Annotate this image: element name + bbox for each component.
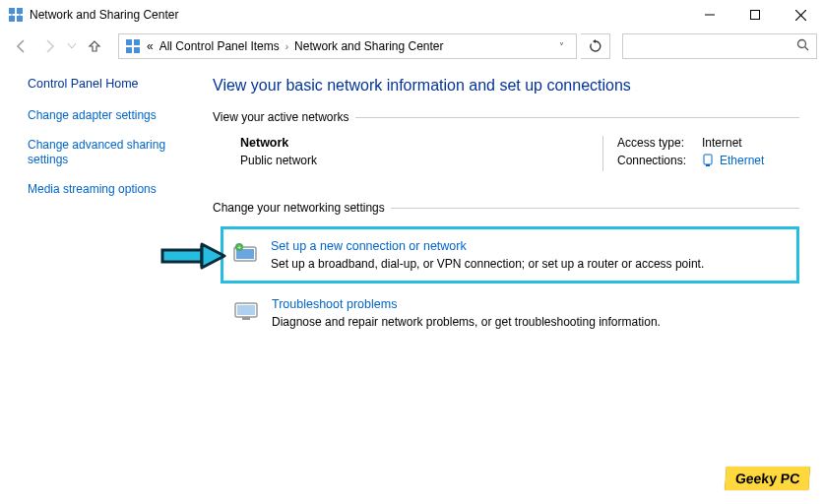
svg-text:+: + (237, 243, 242, 252)
svg-rect-23 (237, 305, 255, 315)
maximize-button[interactable] (732, 0, 778, 30)
setting-desc: Set up a broadband, dial-up, or VPN conn… (271, 257, 704, 271)
window-title: Network and Sharing Center (30, 8, 178, 22)
svg-rect-12 (126, 47, 132, 53)
section-change-settings: Change your networking settings (213, 201, 385, 215)
svg-rect-24 (242, 317, 250, 320)
access-type-label: Access type: (617, 136, 702, 150)
svg-rect-11 (134, 39, 140, 45)
divider (391, 208, 799, 209)
svg-rect-0 (9, 8, 15, 14)
breadcrumb-item[interactable]: Network and Sharing Center (294, 39, 443, 53)
minimize-button[interactable] (687, 0, 732, 30)
svg-rect-16 (704, 155, 712, 164)
breadcrumb-item[interactable]: All Control Panel Items (159, 39, 280, 53)
svg-point-14 (798, 39, 806, 47)
back-button[interactable] (10, 34, 33, 58)
breadcrumb[interactable]: « All Control Panel Items › Network and … (118, 33, 577, 59)
setting-desc: Diagnose and repair network problems, or… (272, 315, 661, 329)
svg-rect-13 (134, 47, 140, 53)
divider (355, 117, 799, 118)
up-button[interactable] (83, 34, 106, 58)
callout-arrow-icon (158, 236, 226, 276)
setting-title: Set up a new connection or network (271, 239, 704, 253)
svg-line-15 (805, 46, 809, 50)
svg-rect-10 (126, 39, 132, 45)
search-input[interactable] (622, 33, 817, 59)
network-type: Public network (240, 154, 602, 167)
page-title: View your basic network information and … (213, 77, 799, 94)
sidebar-link-advanced-sharing[interactable]: Change advanced sharing settings (28, 138, 203, 168)
app-icon (8, 7, 24, 23)
troubleshoot-icon (232, 297, 260, 325)
svg-rect-7 (751, 11, 760, 20)
breadcrumb-prefix: « (147, 39, 154, 53)
control-panel-home-link[interactable]: Control Panel Home (28, 77, 203, 91)
access-type-value: Internet (702, 136, 742, 150)
setting-title: Troubleshoot problems (272, 297, 661, 311)
setup-connection-icon: + (231, 239, 259, 267)
watermark: Geeky PC (725, 467, 810, 490)
ethernet-icon (702, 154, 714, 167)
sidebar-link-adapter[interactable]: Change adapter settings (28, 108, 203, 124)
breadcrumb-dropdown[interactable]: ˅ (553, 41, 570, 52)
search-icon (796, 38, 810, 55)
connections-label: Connections: (617, 154, 702, 167)
setup-new-connection-item[interactable]: + Set up a new connection or network Set… (221, 226, 799, 284)
network-name: Network (240, 136, 602, 150)
close-button[interactable] (778, 0, 823, 30)
troubleshoot-item[interactable]: Troubleshoot problems Diagnose and repai… (213, 287, 799, 339)
forward-button[interactable] (37, 34, 61, 58)
breadcrumb-icon (125, 38, 141, 54)
svg-rect-3 (17, 16, 23, 22)
connection-link[interactable]: Ethernet (720, 154, 764, 167)
recent-dropdown[interactable] (65, 34, 79, 58)
svg-rect-1 (17, 8, 23, 14)
chevron-right-icon: › (285, 41, 288, 52)
svg-rect-2 (9, 16, 15, 22)
svg-rect-25 (162, 250, 202, 262)
refresh-button[interactable] (581, 33, 610, 59)
sidebar-link-media-streaming[interactable]: Media streaming options (28, 182, 203, 198)
svg-rect-17 (706, 164, 710, 166)
section-active-networks: View your active networks (213, 110, 349, 124)
